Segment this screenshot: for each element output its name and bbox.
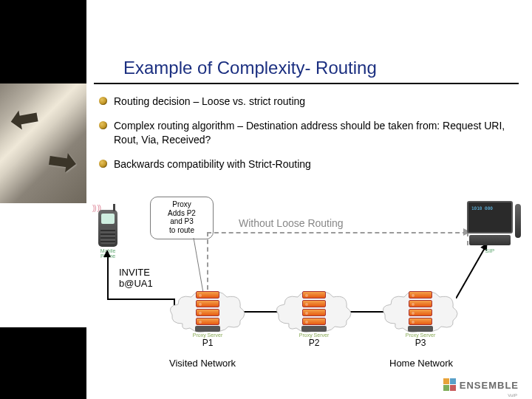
server-icon	[302, 291, 326, 330]
phone-antenna	[113, 204, 115, 211]
logo-mark-icon	[443, 378, 457, 392]
bullet-item: Complex routing algorithm – Destination …	[98, 119, 522, 147]
cloud-icon	[274, 290, 354, 334]
callout-line: Proxy	[152, 200, 211, 209]
strip-black-bottom	[0, 327, 86, 399]
strip-arrow-left-icon: ⬅	[3, 97, 46, 140]
strip-arrow-right-icon: ➡	[42, 140, 83, 182]
title-rule	[94, 83, 519, 84]
without-loose-routing-label: Without Loose Routing	[239, 217, 344, 229]
arrow-segment	[107, 254, 109, 299]
strip-ticks	[0, 203, 86, 327]
phone-keys	[100, 228, 115, 244]
cloud-icon	[381, 290, 460, 334]
callout-line: to route	[152, 226, 211, 235]
home-network-label: Home Network	[389, 358, 453, 369]
bullet-item: Backwards compatibility with Strict-Rout…	[98, 157, 522, 171]
bullet-text: Complex routing algorithm – Destination …	[114, 120, 505, 146]
videophone-label: SIP	[463, 248, 516, 254]
sip-videophone-icon: SIP	[463, 201, 516, 254]
node-id: P1	[166, 338, 249, 348]
cloud-icon	[168, 290, 248, 334]
callout-pointer	[190, 238, 205, 293]
arrow-segment	[107, 299, 175, 300]
routing-diagram: Proxy Adds P2 and P3 to route Without Lo…	[86, 197, 532, 374]
invite-line: INVITE	[119, 267, 153, 278]
callout-line: and P3	[152, 217, 211, 226]
bullet-text: Backwards compatibility with Strict-Rout…	[114, 158, 311, 170]
ensemble-logo: ENSEMBLE	[443, 378, 519, 392]
invite-line: b@UA1	[119, 278, 153, 289]
strip-photo: ⬅ ➡	[0, 83, 86, 203]
phone-body	[98, 210, 117, 247]
dash-segment	[207, 232, 208, 290]
proxy-node-p2: Proxy Server P2	[273, 290, 355, 348]
dash-segment	[207, 232, 467, 233]
strip-black-top	[0, 0, 86, 83]
svg-line-1	[194, 238, 203, 293]
videophone-handset	[515, 204, 521, 238]
invite-label: INVITE b@UA1	[119, 267, 153, 289]
slide-body: Example of Complexity- Routing Routing d…	[86, 0, 532, 399]
server-icon	[196, 291, 219, 330]
callout-line: Adds P2	[152, 209, 211, 218]
visited-network-label: Visited Network	[169, 358, 236, 369]
videophone-base	[469, 235, 511, 245]
proxy-node-p1: Proxy Server P1	[166, 290, 249, 348]
phone-screen	[101, 214, 115, 224]
bullet-item: Routing decision – Loose vs. strict rout…	[98, 95, 522, 109]
left-strip: ⬅ ➡	[0, 0, 86, 399]
node-id: P2	[273, 338, 355, 348]
node-id: P3	[379, 338, 462, 348]
proxy-node-p3: Proxy Server P3	[379, 290, 462, 348]
arrow-up-icon	[103, 250, 111, 257]
bullet-list: Routing decision – Loose vs. strict rout…	[98, 95, 522, 182]
logo-text: ENSEMBLE	[460, 380, 519, 391]
logo-subtext: VoIP	[508, 393, 517, 398]
bullet-text: Routing decision – Loose vs. strict rout…	[114, 95, 305, 107]
proxy-callout: Proxy Adds P2 and P3 to route	[150, 197, 214, 239]
slide-title: Example of Complexity- Routing	[123, 58, 508, 78]
videophone-screen	[467, 201, 513, 233]
server-icon	[409, 291, 432, 330]
